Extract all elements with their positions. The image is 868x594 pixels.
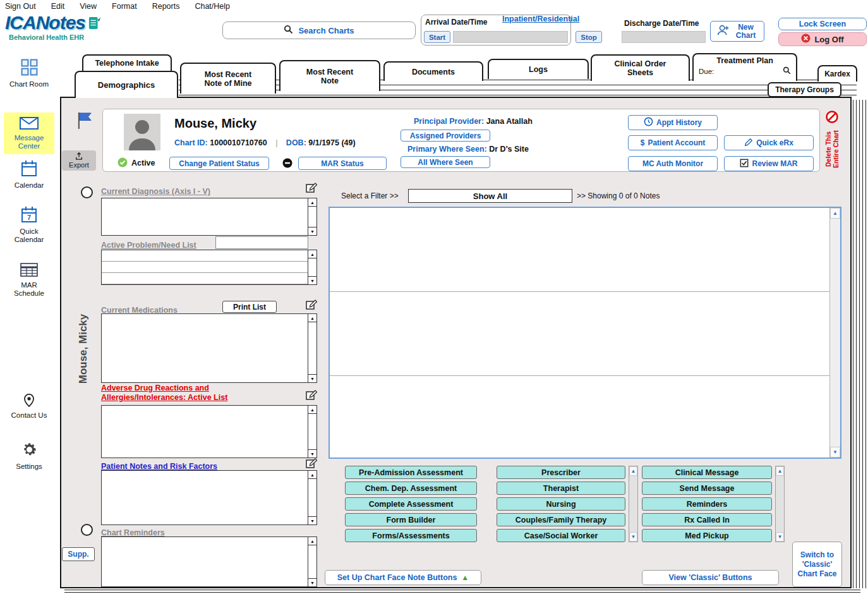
assigned-providers-button[interactable]: Assigned Providers <box>401 130 490 142</box>
edit-icon[interactable] <box>306 458 317 471</box>
scroll-up-icon[interactable]: ▲ <box>308 537 316 545</box>
note-button-prescriber[interactable]: Prescriber <box>497 466 625 479</box>
quick-erx-button[interactable]: Quick eRx <box>724 135 814 150</box>
note-button-nursing[interactable]: Nursing <box>497 497 625 511</box>
scroll-up-icon[interactable]: ▲ <box>308 471 316 479</box>
tab-therapy-groups[interactable]: Therapy Groups <box>768 82 841 97</box>
scrollbar[interactable]: ▲ ▼ <box>308 537 316 586</box>
adverse-reactions-allergies-link[interactable]: Adverse Drug Reactions and Allergies/Int… <box>101 384 275 403</box>
patient-avatar[interactable] <box>124 114 160 150</box>
note-button-complete-assessment[interactable]: Complete Assessment <box>345 497 477 511</box>
tab-most-recent-note[interactable]: Most Recent Note <box>279 60 380 91</box>
scrollbar[interactable]: ▲ ▼ <box>308 406 316 458</box>
note-button-rx-called-in[interactable]: Rx Called In <box>642 513 772 526</box>
scroll-track[interactable] <box>308 545 316 578</box>
menu-reports[interactable]: Reports <box>152 2 180 11</box>
scrollbar[interactable]: ▲ ▼ <box>308 198 316 235</box>
scrollbar[interactable]: ▲ ▼ <box>308 250 316 284</box>
scrollbar[interactable]: ▲ ▼ <box>775 466 785 542</box>
print-list-button[interactable]: Print List <box>222 301 277 313</box>
start-button[interactable]: Start <box>424 31 450 43</box>
note-button-case-social-worker[interactable]: Case/Social Worker <box>497 529 625 542</box>
chart-reminders-link[interactable]: Chart Reminders <box>101 528 165 537</box>
scroll-down-icon[interactable]: ▼ <box>308 276 316 284</box>
lock-screen-button[interactable]: Lock Screen <box>778 18 867 30</box>
chart-reminders-list[interactable]: ▲ ▼ <box>101 536 317 587</box>
tab-clinical-order-sheets[interactable]: Clinical Order Sheets <box>591 54 690 81</box>
scroll-down-icon[interactable]: ▼ <box>830 447 840 458</box>
note-button-reminders[interactable]: Reminders <box>642 497 772 511</box>
scrollbar[interactable]: ▲ ▼ <box>829 208 840 458</box>
patient-account-button[interactable]: $ Patient Account <box>628 135 718 150</box>
scroll-track[interactable] <box>629 476 637 532</box>
appt-history-button[interactable]: Appt History <box>628 115 718 130</box>
adverse-reactions-list[interactable]: ▲ ▼ <box>101 405 317 458</box>
menu-format[interactable]: Format <box>112 2 137 11</box>
scroll-down-icon[interactable]: ▼ <box>308 516 316 524</box>
scroll-track[interactable] <box>308 258 316 276</box>
note-button-send-message[interactable]: Send Message <box>642 482 772 495</box>
export-button[interactable]: Export <box>62 150 96 171</box>
supp-button[interactable]: Supp. <box>62 547 95 561</box>
note-button-chem-dep-assessment[interactable]: Chem. Dep. Assessment <box>345 482 477 495</box>
active-problem-input[interactable] <box>215 236 308 249</box>
tab-kardex[interactable]: Kardex <box>817 65 857 82</box>
change-patient-status-button[interactable]: Change Patient Status <box>169 157 269 170</box>
scroll-up-icon[interactable]: ▲ <box>308 314 316 322</box>
discharge-date-field[interactable] <box>622 31 706 43</box>
scroll-track[interactable] <box>308 414 316 449</box>
minus-circle-icon[interactable] <box>282 158 292 171</box>
tab-documents[interactable]: Documents <box>383 61 483 81</box>
scroll-up-icon[interactable]: ▲ <box>629 466 637 476</box>
setup-chart-face-note-buttons[interactable]: Set Up Chart Face Note Buttons ▲ <box>325 570 481 585</box>
scroll-up-icon[interactable]: ▲ <box>308 198 316 207</box>
review-mar-button[interactable]: Review MAR <box>724 156 814 171</box>
note-button-form-builder[interactable]: Form Builder <box>345 513 477 526</box>
sidebar-item-settings[interactable]: Settings <box>0 441 58 471</box>
scroll-track[interactable] <box>308 207 316 227</box>
scroll-down-icon[interactable]: ▼ <box>308 449 316 458</box>
sidebar-item-chart-room[interactable]: Chart Room <box>0 59 58 88</box>
delete-entire-chart-control[interactable]: Delete This Entire Chart <box>821 111 843 171</box>
menu-edit[interactable]: Edit <box>51 2 65 11</box>
search-icon[interactable] <box>783 66 791 76</box>
current-medications-list[interactable]: ▲ ▼ <box>101 313 317 383</box>
tab-demographics[interactable]: Demographics <box>75 71 178 98</box>
scroll-down-icon[interactable]: ▼ <box>308 227 316 235</box>
inpatient-residential-link[interactable]: Inpatient/Residential <box>502 15 579 23</box>
sidebar-item-mar-schedule[interactable]: MAR Schedule <box>0 263 58 298</box>
active-problem-need-list-link[interactable]: Active Problem/Need List <box>101 241 196 250</box>
new-chart-button[interactable]: New Chart <box>710 21 764 42</box>
tab-treatment-plan[interactable]: Treatment Plan Due: <box>692 53 797 81</box>
notes-list-panel[interactable]: ▲ ▼ <box>329 207 841 459</box>
note-button-med-pickup[interactable]: Med Pickup <box>642 529 772 542</box>
sidebar-item-quick-calendar[interactable]: 7 Quick Calendar <box>0 206 58 244</box>
scroll-down-icon[interactable]: ▼ <box>629 532 637 542</box>
arrival-date-field[interactable] <box>453 31 568 43</box>
scroll-up-icon[interactable]: ▲ <box>776 466 784 476</box>
scrollbar[interactable]: ▲ ▼ <box>308 314 316 382</box>
switch-to-classic-chart-face[interactable]: Switch to 'Classic' Chart Face <box>792 542 842 587</box>
sidebar-item-message-center[interactable]: Message Center <box>4 112 54 154</box>
sidebar-item-contact-us[interactable]: Contact Us <box>0 394 58 420</box>
log-off-button[interactable]: Log Off <box>778 32 867 46</box>
sidebar-item-calendar[interactable]: Calendar <box>0 160 58 190</box>
tab-logs[interactable]: Logs <box>488 59 589 79</box>
current-diagnosis-list[interactable]: ▲ ▼ <box>101 198 317 236</box>
patient-notes-list[interactable]: ▲ ▼ <box>101 470 317 525</box>
scroll-track[interactable] <box>776 476 784 532</box>
edit-icon[interactable] <box>306 183 317 195</box>
scroll-track[interactable] <box>830 219 840 447</box>
view-classic-buttons[interactable]: View 'Classic' Buttons <box>642 570 779 585</box>
scroll-track[interactable] <box>308 322 316 374</box>
note-button-therapist[interactable]: Therapist <box>497 482 625 495</box>
note-button-clinical-message[interactable]: Clinical Message <box>642 466 772 479</box>
active-problem-list[interactable]: ▲ ▼ <box>101 250 317 285</box>
note-button-forms-assessments[interactable]: Forms/Assessments <box>345 529 477 542</box>
scrollbar[interactable]: ▲ ▼ <box>629 466 638 542</box>
scroll-up-icon[interactable]: ▲ <box>308 406 316 414</box>
menu-chat-help[interactable]: Chat/Help <box>195 2 230 11</box>
note-button-pre-admission-assessment[interactable]: Pre-Admission Assessment <box>345 466 477 479</box>
current-diagnosis-link[interactable]: Current Diagnosis (Axis I - V) <box>101 187 210 196</box>
scroll-down-icon[interactable]: ▼ <box>308 578 316 586</box>
